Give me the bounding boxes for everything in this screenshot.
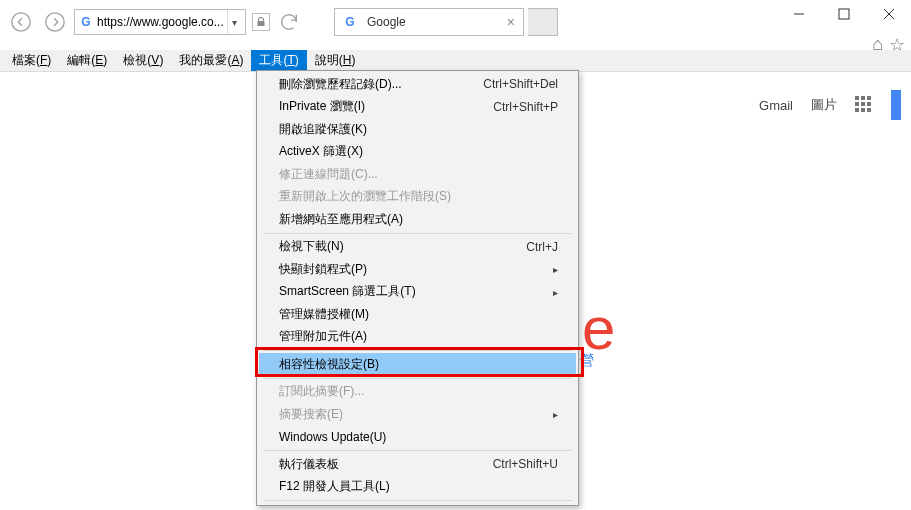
minimize-button[interactable] [776,0,821,28]
menu-separator [263,500,572,501]
menubar-fav[interactable]: 我的最愛(A) [171,50,251,71]
gmail-link[interactable]: Gmail [759,98,793,113]
close-icon[interactable]: × [507,14,515,30]
apps-grid-icon[interactable] [855,96,873,114]
menu-separator [263,350,572,351]
menu-manage-addons[interactable]: 管理附加元件(A) [259,326,576,349]
tab-favicon: G [343,15,357,29]
menu-compatibility-view[interactable]: 相容性檢視設定(B) [259,353,576,376]
site-favicon: G [79,15,93,29]
lock-icon[interactable] [252,13,270,31]
menubar-file[interactable]: 檔案(F) [4,50,59,71]
menu-bar: 檔案(F) 編輯(E) 檢視(V) 我的最愛(A) 工具(T) 說明(H) [0,50,911,72]
menu-view-downloads[interactable]: 檢視下載(N) Ctrl+J [259,236,576,259]
menubar-tools[interactable]: 工具(T) [251,50,306,71]
menu-smartscreen[interactable]: SmartScreen 篩選工具(T) [259,281,576,304]
address-dropdown-icon[interactable]: ▾ [227,10,241,34]
menu-tracking[interactable]: 開啟追蹤保護(K) [259,118,576,141]
svg-point-0 [12,13,30,31]
menubar-help[interactable]: 說明(H) [307,50,364,71]
svg-point-1 [46,13,64,31]
tab-google[interactable]: G Google × [334,8,524,36]
menubar-view[interactable]: 檢視(V) [115,50,171,71]
menu-performance-dashboard[interactable]: 執行儀表板 Ctrl+Shift+U [259,453,576,476]
forward-button[interactable] [40,7,70,37]
menu-subscribe-feed: 訂閱此摘要(F)... [259,381,576,404]
menu-popup-blocker[interactable]: 快顯封鎖程式(P) [259,258,576,281]
menu-separator [263,233,572,234]
menu-inprivate[interactable]: InPrivate 瀏覽(I) Ctrl+Shift+P [259,96,576,119]
menu-delete-history[interactable]: 刪除瀏覽歷程記錄(D)... Ctrl+Shift+Del [259,73,576,96]
maximize-button[interactable] [821,0,866,28]
menu-separator [263,378,572,379]
menu-f12-devtools[interactable]: F12 開發人員工具(L) [259,476,576,499]
images-link[interactable]: 圖片 [811,96,837,114]
svg-rect-3 [839,9,849,19]
menu-reopen-session: 重新開啟上次的瀏覽工作階段(S) [259,186,576,209]
close-window-button[interactable] [866,0,911,28]
menu-activex[interactable]: ActiveX 篩選(X) [259,141,576,164]
address-bar[interactable]: G https://www.google.co... ▾ [74,9,246,35]
signin-button-edge[interactable] [891,90,901,120]
menu-separator [263,450,572,451]
menubar-edit[interactable]: 編輯(E) [59,50,115,71]
refresh-button[interactable] [274,7,304,37]
new-tab-button[interactable] [528,8,558,36]
blue-text-fragment: 營 [580,352,594,370]
tab-title: Google [367,15,507,29]
window-controls [776,0,911,28]
menu-windows-update[interactable]: Windows Update(U) [259,426,576,449]
tools-menu: 刪除瀏覽歷程記錄(D)... Ctrl+Shift+Del InPrivate … [256,70,579,506]
menu-media-license[interactable]: 管理媒體授權(M) [259,303,576,326]
url-text: https://www.google.co... [97,15,227,29]
menu-feed-search: 摘要搜索(E) [259,403,576,426]
back-button[interactable] [6,7,36,37]
menu-fix-connection: 修正連線問題(C)... [259,163,576,186]
menu-add-site-app[interactable]: 新增網站至應用程式(A) [259,208,576,231]
